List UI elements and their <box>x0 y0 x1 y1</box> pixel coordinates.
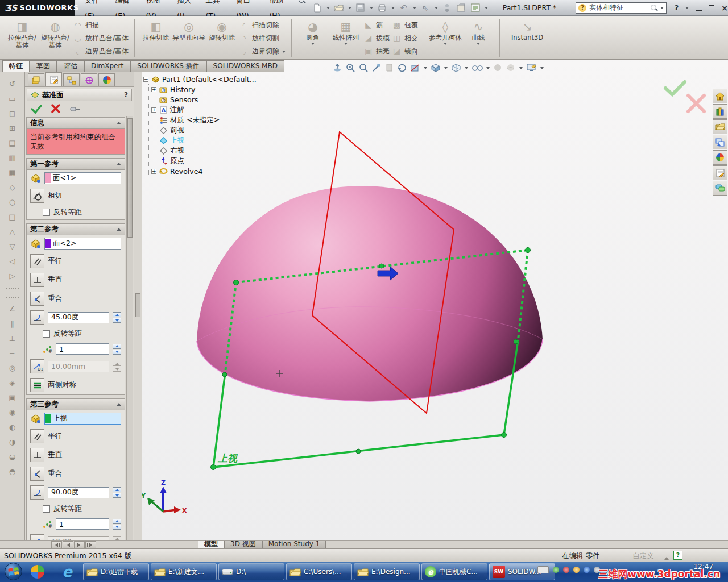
extruded-boss-button[interactable]: ◨ 拉伸凸台/基体 <box>6 18 39 58</box>
taskbar-button-design-folder[interactable]: E:\Design... <box>354 563 420 580</box>
tree-root[interactable]: − Part1 (Default<<Default... <box>143 74 274 84</box>
left-toolbar-icon[interactable]: ↺ <box>5 78 20 90</box>
left-toolbar-icon[interactable]: ◈ <box>5 377 20 389</box>
angle-button-3[interactable] <box>30 485 44 500</box>
internet-explorer-icon[interactable]: e <box>59 564 75 580</box>
collapse-icon[interactable] <box>117 119 121 124</box>
propertymanager-tab[interactable] <box>46 72 62 86</box>
plane-count-input-3[interactable]: 1 <box>56 518 109 530</box>
left-toolbar-icon[interactable]: ⊞ <box>5 123 20 134</box>
left-toolbar-icon[interactable]: □ <box>5 211 20 223</box>
left-toolbar-icon[interactable]: ▣ <box>5 392 20 404</box>
reference-geometry-button[interactable]: ◊ 参考几何体 <box>429 18 462 58</box>
left-toolbar-icon[interactable]: ▭ <box>5 93 20 105</box>
left-toolbar-icon[interactable]: ▽ <box>5 241 20 252</box>
left-toolbar-icon[interactable]: ◐ <box>5 422 20 433</box>
taskbar-button-browser[interactable]: e 中国机械C... <box>421 563 487 580</box>
third-reference-field[interactable]: 上视 <box>44 413 121 425</box>
menu-search-icon[interactable] <box>298 0 304 4</box>
flip-offset-checkbox-1[interactable] <box>43 209 50 216</box>
tray-network-icon[interactable] <box>584 567 590 573</box>
print-icon[interactable] <box>377 3 387 13</box>
display-style-icon[interactable] <box>451 63 461 73</box>
file-properties-icon[interactable] <box>456 3 466 13</box>
close-button[interactable]: × <box>721 5 728 11</box>
open-dropdown[interactable] <box>348 7 351 11</box>
dome-surface[interactable] <box>197 186 543 401</box>
zoom-to-fit-icon[interactable] <box>333 63 342 73</box>
prev-tab-button[interactable] <box>63 541 73 548</box>
angle-spinner-2[interactable] <box>113 312 121 323</box>
mid-plane-button-2[interactable] <box>30 378 44 392</box>
perpendicular-button-2[interactable] <box>30 273 44 287</box>
zoom-area-icon[interactable] <box>346 63 355 73</box>
property-scrollbar[interactable] <box>126 116 133 540</box>
rib-button[interactable]: ◣筋 <box>363 19 390 31</box>
hide-show-dropdown[interactable] <box>486 67 490 71</box>
left-toolbar-icon[interactable]: ▦ <box>5 167 20 178</box>
flip-offset-checkbox-3[interactable] <box>43 505 50 513</box>
property-help-button[interactable]: ? <box>124 91 128 99</box>
left-toolbar-icon[interactable]: ∠ <box>5 304 20 315</box>
lofted-cut-button[interactable]: ◝放样切割 <box>239 32 286 44</box>
appearances-button[interactable] <box>713 150 727 165</box>
curves-button[interactable]: ∿ 曲线 <box>462 18 495 58</box>
scrollbar-thumb[interactable] <box>127 118 133 238</box>
input-method-icon[interactable] <box>537 566 549 573</box>
help-dropdown[interactable] <box>685 7 689 11</box>
section-dropdown[interactable] <box>424 67 427 71</box>
collapse-box[interactable]: − <box>143 77 148 82</box>
left-toolbar-icon[interactable]: ∥ <box>5 318 20 330</box>
new-dropdown[interactable] <box>326 7 330 11</box>
search-help-icon[interactable]: ? <box>578 4 586 12</box>
design-library-button[interactable] <box>713 104 727 119</box>
lofted-boss-button[interactable]: ◡放样凸台/基体 <box>73 32 129 44</box>
tree-item-sensors[interactable]: Sensors <box>151 94 274 105</box>
angle-spinner-3[interactable] <box>113 487 121 498</box>
tree-item-material[interactable]: 材质 <未指定> <box>151 115 274 125</box>
splitter-handle[interactable] <box>135 293 140 317</box>
collapse-icon[interactable] <box>117 160 121 165</box>
view-orientation-dropdown[interactable] <box>444 67 448 71</box>
zoom-in-out-icon[interactable] <box>359 63 369 73</box>
shell-button[interactable]: ▣抽壳 <box>363 45 390 57</box>
search-box[interactable]: ? 实体和特征 <box>576 2 667 14</box>
coincident-button-3[interactable] <box>30 467 44 481</box>
tab-features[interactable]: 特征 <box>2 60 30 72</box>
forum-button[interactable] <box>713 181 727 196</box>
parallel-button-2[interactable] <box>30 254 44 268</box>
help-button[interactable]: ? <box>675 3 679 12</box>
left-toolbar-icon[interactable]: ◒ <box>5 451 20 463</box>
left-toolbar-icon[interactable]: ◇ <box>5 182 20 193</box>
print-dropdown[interactable] <box>391 7 395 11</box>
ok-button[interactable] <box>31 104 42 114</box>
tray-update-icon[interactable] <box>573 567 580 573</box>
confirm-cancel-icon[interactable] <box>688 95 704 111</box>
tab-evaluate[interactable]: 评估 <box>57 60 84 72</box>
task-pane-home-button[interactable] <box>713 89 727 103</box>
expand-box[interactable]: + <box>151 107 156 113</box>
cancel-button[interactable] <box>51 104 60 113</box>
left-toolbar-icon[interactable]: ≡ <box>5 348 20 359</box>
hide-show-items-icon[interactable] <box>471 64 483 72</box>
last-tab-button[interactable] <box>85 541 96 548</box>
tangent-button[interactable] <box>30 189 44 203</box>
section-view-icon[interactable] <box>410 63 420 73</box>
instant3d-button[interactable]: ↘ Instant3D <box>504 18 550 58</box>
model-tab[interactable]: 模型 <box>198 541 224 548</box>
pinwheel-app-icon[interactable] <box>30 564 46 580</box>
save-dropdown[interactable] <box>370 7 373 11</box>
wrap-button[interactable]: ▩包覆 <box>392 19 418 31</box>
3d-views-tab[interactable]: 3D 视图 <box>224 541 262 548</box>
angle-input-3[interactable]: 90.00度 <box>48 487 109 498</box>
tray-alert-icon[interactable] <box>563 567 569 573</box>
boundary-boss-button[interactable]: ◟边界凸台/基体 <box>73 45 129 57</box>
confirm-ok-icon[interactable] <box>665 82 685 94</box>
view-settings-dropdown[interactable] <box>540 67 544 71</box>
undo-icon[interactable]: ↶ <box>399 3 409 13</box>
tree-item-revolve4[interactable]: + Revolve4 <box>151 166 274 176</box>
angle-button-2[interactable] <box>30 310 44 325</box>
left-toolbar-icon[interactable]: ○ <box>5 197 20 208</box>
next-tab-button[interactable] <box>74 541 85 548</box>
left-toolbar-icon[interactable]: ◑ <box>5 436 20 448</box>
